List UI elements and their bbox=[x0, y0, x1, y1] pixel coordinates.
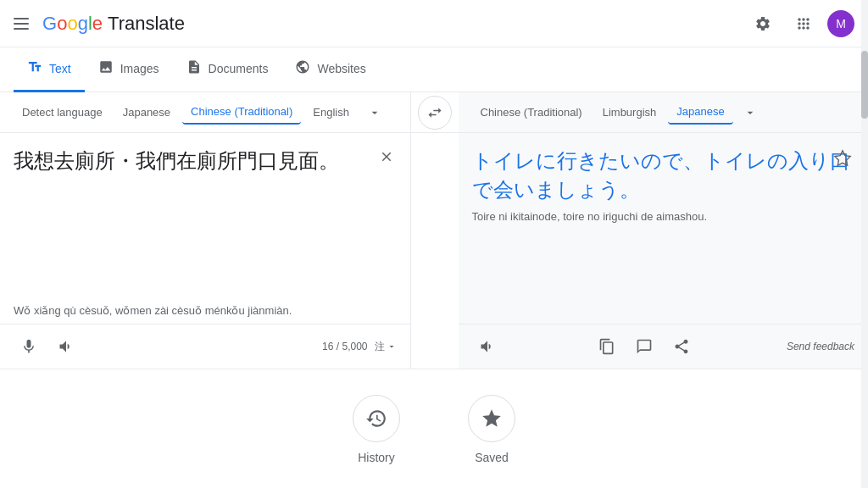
bottom-section: History Saved bbox=[0, 369, 868, 488]
microphone-button[interactable] bbox=[14, 331, 44, 362]
source-text-area-wrapper: 我想去廁所・我們在廁所門口見面。 bbox=[0, 133, 410, 304]
avatar[interactable]: M bbox=[827, 10, 854, 37]
annotation-button[interactable]: 注 bbox=[375, 340, 397, 354]
panels-row: Detect language Japanese Chinese (Tradit… bbox=[0, 92, 868, 369]
hamburger-menu-icon[interactable] bbox=[14, 18, 29, 30]
saved-label: Saved bbox=[475, 451, 509, 464]
output-panel: Chinese (Traditional) Limburgish Japanes… bbox=[459, 92, 869, 369]
tab-websites-label: Websites bbox=[317, 62, 365, 75]
limburgish-output-option[interactable]: Limburgish bbox=[594, 101, 665, 124]
translated-romanization: Toire ni ikitainode, toire no iriguchi d… bbox=[472, 210, 855, 223]
header-right: M bbox=[746, 7, 854, 41]
swap-languages-bar bbox=[411, 92, 459, 133]
header-left: Google Translate bbox=[14, 13, 746, 35]
source-footer: 16 / 5,000 注 bbox=[0, 324, 410, 369]
output-footer: Send feedback bbox=[459, 324, 869, 369]
tab-websites[interactable]: Websites bbox=[281, 47, 379, 92]
copy-button[interactable] bbox=[592, 331, 622, 362]
source-text-input[interactable]: 我想去廁所・我們在廁所門口見面。 bbox=[14, 147, 397, 214]
more-source-languages-button[interactable] bbox=[361, 101, 388, 125]
source-sound-button[interactable] bbox=[51, 331, 81, 362]
source-panel: Detect language Japanese Chinese (Tradit… bbox=[0, 92, 411, 369]
tab-images-label: Images bbox=[120, 62, 159, 75]
translated-text: トイレに行きたいので、トイレの入り口で会いましょう。 bbox=[472, 147, 855, 203]
saved-circle bbox=[468, 395, 515, 442]
japanese-output-option[interactable]: Japanese bbox=[668, 100, 732, 125]
text-tab-icon bbox=[27, 59, 42, 78]
tab-documents[interactable]: Documents bbox=[173, 47, 282, 92]
star-button[interactable] bbox=[827, 143, 858, 174]
char-count: 16 / 5,000 bbox=[322, 341, 367, 352]
tab-text-label: Text bbox=[49, 62, 71, 75]
translation-main: Detect language Japanese Chinese (Tradit… bbox=[0, 92, 868, 488]
output-sound-button[interactable] bbox=[472, 331, 503, 362]
japanese-source-option[interactable]: Japanese bbox=[114, 101, 179, 124]
history-circle bbox=[353, 395, 400, 442]
images-tab-icon bbox=[98, 59, 114, 78]
english-source-option[interactable]: English bbox=[304, 101, 358, 124]
swap-languages-button[interactable] bbox=[418, 96, 452, 130]
tab-images[interactable]: Images bbox=[85, 47, 173, 92]
websites-tab-icon bbox=[295, 59, 310, 78]
feedback-translation-button[interactable] bbox=[629, 331, 659, 362]
clear-button[interactable] bbox=[373, 143, 400, 170]
saved-item[interactable]: Saved bbox=[468, 395, 515, 464]
scrollbar-thumb[interactable] bbox=[861, 51, 868, 119]
detect-language-option[interactable]: Detect language bbox=[14, 101, 111, 124]
tab-bar: Text Images Documents Websites bbox=[0, 47, 868, 92]
more-output-languages-button[interactable] bbox=[737, 101, 764, 125]
send-feedback-link[interactable]: Send feedback bbox=[787, 341, 854, 352]
header: Google Translate M bbox=[0, 0, 868, 47]
scrollbar-track bbox=[861, 0, 868, 488]
source-lang-bar: Detect language Japanese Chinese (Tradit… bbox=[0, 92, 410, 133]
history-item[interactable]: History bbox=[353, 395, 400, 464]
documents-tab-icon bbox=[186, 59, 202, 78]
source-romanization: Wǒ xiǎng qù cèsuǒ, wǒmen zài cèsuǒ ménkǒ… bbox=[0, 304, 410, 324]
app-name-text: Translate bbox=[108, 13, 185, 35]
settings-button[interactable] bbox=[746, 7, 780, 41]
google-apps-button[interactable] bbox=[787, 7, 821, 41]
tab-text[interactable]: Text bbox=[14, 47, 85, 92]
output-lang-bar: Chinese (Traditional) Limburgish Japanes… bbox=[459, 92, 869, 133]
history-label: History bbox=[358, 451, 395, 464]
tab-documents-label: Documents bbox=[209, 62, 269, 75]
chinese-trad-source-option[interactable]: Chinese (Traditional) bbox=[182, 100, 301, 125]
output-text-area: トイレに行きたいので、トイレの入り口で会いましょう。 Toire ni ikit… bbox=[459, 133, 869, 324]
share-button[interactable] bbox=[666, 331, 697, 362]
chinese-trad-output-option[interactable]: Chinese (Traditional) bbox=[472, 101, 591, 124]
google-translate-logo: Google Translate bbox=[42, 13, 185, 35]
